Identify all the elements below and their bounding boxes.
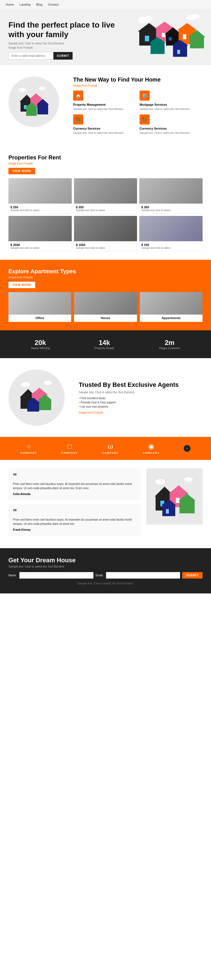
prop-desc-5: Sample text click to select [141, 247, 201, 249]
table-row[interactable]: $ 350 Sample text click to select [74, 178, 137, 214]
company-3: ◉ COMPANY [143, 442, 160, 454]
svg-point-56 [184, 477, 193, 482]
hero-submit-button[interactable]: SUBMIT [53, 52, 73, 60]
testimonial-houses-svg [146, 468, 203, 525]
service-name-2: Currency Services [73, 127, 136, 130]
prop-desc-3: Sample text click to select [10, 247, 70, 249]
companies-next-button[interactable]: › [184, 445, 190, 452]
trusted-content: Trusted By Best Exclusive Agents Sample … [79, 381, 179, 414]
testimonial-1: " Proin sed libero enim sed faucibus tur… [8, 504, 141, 536]
svg-marker-36 [31, 388, 48, 395]
table-row[interactable]: $ 2500 Sample text click to select [8, 216, 72, 251]
testimonial-0: " Proin sed libero enim sed faucibus tur… [8, 468, 141, 500]
company-name-1: COMPANY [61, 452, 78, 454]
stat-customer-number: 2m [159, 339, 180, 347]
company-logo-2: ω [102, 442, 119, 450]
hero-image-from: Image from Freepik [8, 46, 115, 49]
hero-email-input[interactable] [8, 52, 53, 60]
trusted-bullet-2: List your own property [79, 405, 179, 408]
service-desc-0: Sample text. Click to select the Text El… [73, 107, 136, 111]
testimonial-name-0: Celia Almeda [13, 493, 136, 496]
table-row[interactable]: $ 1650 Sample text click to select [74, 216, 137, 251]
dream-email-input[interactable] [106, 572, 180, 579]
trusted-bullet-0: Find excellent deals [79, 397, 179, 400]
dream-bottom-text: Sample text. Click to select the Text El… [8, 582, 203, 585]
nav-blog[interactable]: Blog [36, 3, 43, 6]
service-desc-3: Sample text. Click to select the Text El… [139, 131, 203, 135]
dream-submit-button[interactable]: SUBMIT [182, 572, 203, 579]
table-row[interactable]: $ 150 Sample text click to select [139, 216, 203, 251]
table-row[interactable]: $ 250 Sample text click to select [8, 178, 72, 214]
explore-image-from: Image from Freepik [8, 276, 203, 279]
list-item[interactable]: Appartments [140, 292, 203, 322]
table-row[interactable]: $ 350 Sample text click to select [139, 178, 203, 214]
company-1: □ COMPANY [61, 442, 78, 454]
trusted-image [8, 369, 70, 426]
prop-price-5: $ 150 [141, 243, 201, 247]
svg-rect-8 [169, 37, 172, 40]
properties-view-more-button[interactable]: VIEW MORE [8, 168, 35, 174]
dream-email-label: Email [96, 574, 103, 577]
currency-icon-1: 💱 [73, 115, 83, 124]
trusted-circle [8, 369, 65, 426]
explore-section: Explore Apartment Types Image from Freep… [0, 260, 211, 330]
svg-rect-31 [26, 107, 37, 116]
new-way-section: The New Way to Find Your Home Image from… [0, 65, 211, 146]
new-way-title: The New Way to Find Your Home [73, 76, 203, 83]
dream-section: Get Your Dream House Sample text. Click … [0, 548, 211, 593]
nav-contact[interactable]: Contact [48, 3, 59, 6]
properties-section: Properties For Rent Image from Freepik V… [0, 146, 211, 260]
service-name-3: Currency Services [139, 127, 203, 130]
service-mortgage: ⚙️ Mortgage Services Sample text. Click … [139, 91, 203, 111]
testimonial-name-1: Frank Kinney [13, 528, 136, 531]
trusted-image-from: Image from Freepik [79, 411, 179, 414]
prop-desc-2: Sample text click to select [141, 209, 201, 212]
stat-customer-label: Happy Customer [159, 347, 180, 350]
companies-section: ○ COMPANY □ COMPANY ω COMPANY ◉ COMPANY … [0, 437, 211, 460]
company-name-0: COMPANY [21, 452, 37, 454]
testimonial-text-1: Proin sed libero enim sed faucibus turpi… [13, 517, 136, 526]
testimonials-section: " Proin sed libero enim sed faucibus tur… [0, 460, 211, 548]
svg-point-22 [192, 14, 200, 19]
new-way-image-from: Image from Freepik [73, 84, 203, 87]
hero-houses-illustration [121, 9, 211, 65]
hero-form: SUBMIT [8, 52, 115, 60]
svg-rect-29 [37, 105, 48, 115]
company-logo-3: ◉ [143, 442, 160, 450]
prop-desc-4: Sample text click to select [76, 247, 135, 249]
svg-marker-26 [30, 93, 43, 99]
nav-home[interactable]: Home [6, 3, 14, 6]
explore-view-more-button[interactable]: VIEW MORE [8, 282, 35, 288]
new-way-houses-illustration [11, 79, 56, 124]
nav-landing[interactable]: Landing [19, 3, 30, 6]
trusted-bullet-1: Friendly host & Fast support [79, 401, 179, 404]
prop-price-2: $ 350 [141, 205, 201, 209]
currency-icon-2: 💱 [139, 115, 150, 124]
trusted-sample: Sample text. Click to select the Text El… [79, 391, 179, 394]
svg-point-33 [39, 86, 46, 90]
properties-image-from: Image from Freepik [8, 162, 203, 165]
service-currency-1: 💱 Currency Services Sample text. Click t… [73, 115, 136, 135]
svg-point-20 [143, 16, 153, 22]
dream-name-input[interactable] [19, 572, 93, 579]
company-name-3: COMPANY [143, 452, 160, 454]
hero-section: Find the perfect place to live with your… [0, 9, 211, 65]
dream-sample: Sample text. Click to select the Text El… [8, 565, 203, 568]
svg-point-43 [44, 381, 52, 385]
dream-name-label: Name [8, 574, 16, 577]
prop-price-4: $ 1650 [76, 243, 135, 247]
stat-award-label: Award Winning [31, 347, 50, 350]
prop-desc-1: Sample text click to select [76, 209, 135, 212]
prop-price-3: $ 2500 [10, 243, 70, 247]
svg-rect-54 [166, 509, 169, 514]
prop-price-1: $ 350 [76, 205, 135, 209]
new-way-circle [8, 76, 59, 127]
service-name-1: Mortgage Services [139, 103, 203, 106]
trusted-houses-illustration [11, 372, 62, 423]
svg-marker-47 [169, 485, 189, 494]
list-item[interactable]: Office [8, 292, 71, 322]
apt-label-2: Appartments [140, 316, 203, 320]
testimonial-house-image [146, 468, 203, 525]
company-name-2: COMPANY [102, 452, 119, 454]
list-item[interactable]: House [74, 292, 137, 322]
